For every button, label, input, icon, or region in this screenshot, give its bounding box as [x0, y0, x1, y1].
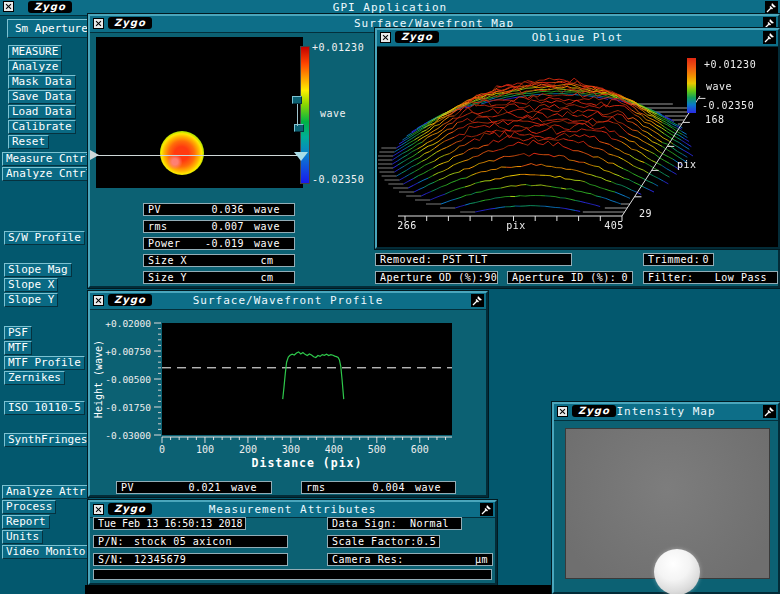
profile-rms-unit: wave — [405, 483, 451, 493]
sidebar-button-mtf[interactable]: MTF — [4, 341, 32, 355]
slice-line[interactable] — [90, 155, 300, 156]
attributes-titlebar[interactable]: Zygo Measurement Attributes — [90, 502, 495, 518]
camera-res-label: Camera Res: — [332, 555, 404, 565]
oblique-colorbar — [687, 58, 696, 113]
attributes-pin-icon[interactable] — [480, 503, 493, 516]
profile-pv-unit: wave — [221, 483, 267, 493]
sidebar-button-zernikes[interactable]: Zernikes — [4, 371, 65, 385]
aperture-id-field[interactable]: Aperture ID (%): 0 — [507, 271, 633, 284]
sidebar-button-synthfringes[interactable]: SynthFringes — [4, 433, 91, 447]
intensity-image[interactable] — [565, 428, 770, 579]
scale-factor-label: Scale Factor: — [332, 537, 417, 547]
sn-field[interactable]: S/N: 12345679 — [93, 553, 288, 566]
map-stat-pv: PV0.036wave — [143, 203, 295, 216]
removed-field[interactable]: Removed: PST TLT — [375, 253, 572, 266]
intensity-title: Intensity Map — [554, 405, 778, 418]
sidebar-button-analyze[interactable]: Analyze — [8, 60, 62, 74]
wavefront-map-plot[interactable] — [96, 37, 303, 188]
stat-label: rms — [148, 222, 198, 232]
sidebar-button-reset[interactable]: Reset — [8, 135, 49, 149]
trimmed-label: Trimmed: — [648, 255, 700, 265]
profile-pin-icon[interactable] — [471, 294, 484, 307]
profile-pv-field: PV 0.021 wave — [116, 481, 272, 494]
svg-text:0: 0 — [159, 444, 165, 455]
sidebar-button-slope-y[interactable]: Slope Y — [4, 293, 58, 307]
svg-text:200: 200 — [239, 444, 257, 455]
map-colorbar — [300, 46, 310, 184]
svg-text:+0.00750: +0.00750 — [105, 346, 151, 357]
sidebar-button-mtf-profile[interactable]: MTF Profile — [4, 356, 85, 370]
stat-unit: wave — [244, 239, 290, 249]
oblique-depth-end: 29 — [639, 208, 652, 219]
svg-text:Distance (pix): Distance (pix) — [252, 456, 363, 470]
data-sign-field[interactable]: Data Sign: Normal — [327, 517, 462, 530]
aperture-od-field[interactable]: Aperture OD (%): 90 — [375, 271, 498, 284]
sidebar-button-analyze-cntrl[interactable]: Analyze Cntrl — [2, 167, 96, 181]
profile-chart[interactable]: +0.02000+0.00750-0.00500-0.01750-0.03000… — [90, 307, 488, 497]
sidebar-group-4: Slope MagSlope XSlope Y — [4, 263, 88, 307]
sidebar-button-process[interactable]: Process — [2, 500, 56, 514]
map-stat-size-x: Size Xcm — [143, 254, 295, 267]
sidebar-button-psf[interactable]: PSF — [4, 326, 32, 340]
date-value: Tue Feb 13 16:50:13 2018 — [98, 519, 243, 529]
oblique-colorbar-min: -0.02350 — [702, 100, 754, 111]
intensity-pin-icon[interactable] — [763, 405, 776, 418]
oblique-xaxis-end: 405 — [599, 220, 629, 231]
oblique-colorbar-extra: 168 — [705, 114, 725, 125]
sidebar-button-report[interactable]: Report — [2, 515, 50, 529]
oblique-plot-window: Zygo Oblique Plot +0.01230 wave -0.02350… — [375, 28, 780, 249]
sidebar-button-save-data[interactable]: Save Data — [8, 90, 76, 104]
sidebar-button-slope-mag[interactable]: Slope Mag — [4, 263, 72, 277]
slice-right-marker[interactable] — [294, 152, 308, 161]
aperture-id-value: 0 — [621, 273, 628, 283]
data-sign-value: Normal — [410, 519, 449, 529]
sidebar-button-load-data[interactable]: Load Data — [8, 105, 76, 119]
intensity-map-window: Zygo Intensity Map — [552, 402, 780, 594]
comment-field[interactable] — [93, 569, 492, 580]
colorbar-upper-handle[interactable] — [292, 96, 302, 104]
oblique-pin-icon[interactable] — [763, 31, 776, 44]
aperture-id-label: Aperture ID (%): — [512, 273, 616, 283]
measurement-attributes-window: Zygo Measurement Attributes Tue Feb 13 1… — [88, 500, 497, 585]
svg-text:Height (wave): Height (wave) — [93, 340, 104, 418]
camera-res-unit: µm — [475, 555, 488, 565]
sidebar-button-mask-data[interactable]: Mask Data — [8, 75, 76, 89]
camera-res-field: Camera Res: µm — [327, 553, 493, 566]
surface-wavefront-profile-window: Zygo Surface/Wavefront Profile +0.02000+… — [88, 291, 488, 497]
aperture-od-label: Aperture OD (%): — [380, 273, 484, 283]
oblique-colorbar-max: +0.01230 — [704, 59, 756, 70]
map-colorbar-min: -0.02350 — [312, 174, 364, 185]
pn-label: P/N: — [98, 537, 124, 547]
sidebar-group-5: PSFMTFMTF ProfileZernikes — [4, 326, 88, 385]
sidebar-button-sm-aperture[interactable]: Sm Aperture — [7, 19, 96, 38]
sidebar-button-measure[interactable]: MEASURE — [8, 45, 62, 59]
sidebar-button-analyze-attr[interactable]: Analyze Attr — [2, 485, 89, 499]
attributes-title: Measurement Attributes — [90, 503, 495, 516]
sidebar-button-video-monitor[interactable]: Video Monitor — [2, 545, 96, 559]
colorbar-lower-handle[interactable] — [294, 124, 304, 132]
intensity-titlebar[interactable]: Zygo Intensity Map — [554, 404, 778, 421]
stat-value: -0.019 — [198, 239, 244, 249]
sidebar-button-calibrate[interactable]: Calibrate — [8, 120, 76, 134]
colorbar-handle-line — [297, 104, 298, 126]
sidebar-button-measure-cntrl[interactable]: Measure Cntrl — [2, 152, 96, 166]
sidebar-button-units[interactable]: Units — [2, 530, 43, 544]
stat-unit: wave — [244, 205, 290, 215]
sidebar: Sm ApertureMEASUREAnalyzeMask DataSave D… — [4, 19, 88, 563]
scale-factor-field[interactable]: Scale Factor: 0.5 — [327, 535, 440, 548]
sidebar-group-8: Analyze AttrProcessReportUnitsVideo Moni… — [2, 485, 88, 559]
profile-title: Surface/Wavefront Profile — [90, 294, 486, 307]
oblique-xaxis-start: 266 — [392, 220, 422, 231]
oblique-plot-surface[interactable] — [378, 46, 777, 245]
filter-field[interactable]: Filter: Low Pass — [643, 271, 778, 284]
sidebar-button-iso-10110-5[interactable]: ISO 10110-5 — [4, 401, 85, 415]
sidebar-button-slope-x[interactable]: Slope X — [4, 278, 58, 292]
map-colorbar-max: +0.01230 — [312, 42, 364, 53]
pn-field[interactable]: P/N: stock 05 axicon — [93, 535, 288, 548]
oblique-titlebar[interactable]: Zygo Oblique Plot — [377, 30, 778, 47]
removed-value: PST TLT — [442, 255, 488, 265]
sidebar-button-s-w-profile[interactable]: S/W Profile — [4, 231, 85, 245]
main-pin-icon[interactable] — [765, 1, 778, 14]
oblique-xaxis-label: pix — [501, 220, 531, 231]
sn-label: S/N: — [98, 555, 124, 565]
